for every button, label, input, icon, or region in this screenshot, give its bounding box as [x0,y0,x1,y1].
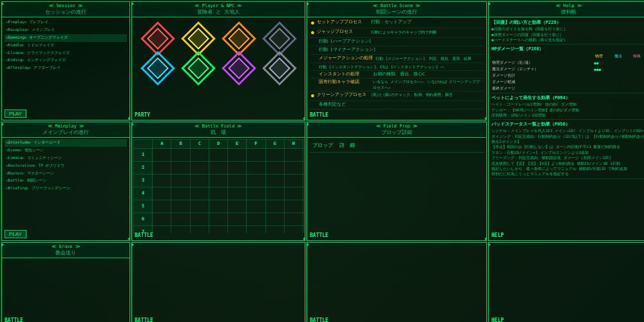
session-play-button[interactable]: PLAY [5,109,26,118]
battle-marker-5 [311,55,316,62]
cell-3c[interactable] [190,175,209,187]
help-section-title-3: ペットによって発生する効果（P094） [491,95,644,102]
diamond-green[interactable] [181,52,216,86]
battle-grid-col-b: B [171,140,190,149]
battle-scene-nav[interactable]: ≪ Battle Scene ≫ [310,3,484,9]
cell-4h[interactable] [284,187,303,200]
cell-1a[interactable] [153,149,171,162]
cell-2a[interactable] [153,162,171,175]
cell-5h[interactable] [284,200,303,213]
help-section-bad-status: バッドステータス一覧と効果（P050） シジナル：メインプレイを代入1D1 メイ… [491,122,644,178]
cell-5b[interactable] [171,200,190,213]
battle-label-8: 固有行動キャラ確認 [319,79,370,90]
grave-nav[interactable]: ≪ Grave ≫ [5,244,127,250]
hp-col-magic: 魔法 [609,53,627,59]
hp-cell-total-2 [609,73,627,79]
cell-1d[interactable] [209,149,227,162]
cell-5a[interactable] [153,200,171,213]
cell-6h[interactable] [284,213,303,226]
session-item-ending[interactable]: ◁Ending▷ エンディングフェイズ [5,57,127,64]
cell-7d[interactable] [209,226,227,234]
cell-3h[interactable] [284,175,303,187]
field-prop-nav[interactable]: ≪ Field Prop ≫ [310,124,484,129]
cell-6c[interactable] [190,213,209,226]
mainplay-item-battle[interactable]: ◁Battle▷ 戦闘シーン [5,177,127,185]
mainplay-item-scene[interactable]: ◁Scene▷ 場合シーン [5,147,127,155]
cell-2e[interactable] [228,162,247,175]
grave-content [2,258,129,318]
cell-6a[interactable] [153,213,171,226]
party-nav[interactable]: ≪ Player & NPC ≫ [135,3,302,9]
cell-2g[interactable] [265,162,284,175]
session-item-middle[interactable]: ◁Middle▷ ミドルフェイズ [5,42,127,50]
session-item-opening[interactable]: ◁Opening▷ オープニングフェイズ [5,34,127,42]
cell-7a[interactable] [153,226,171,234]
cell-3d[interactable] [209,175,227,187]
diamond-gray[interactable] [262,52,297,86]
cell-6d[interactable] [209,213,227,226]
battle-field-panel: ≪ Battle Field ≫ 戦 場 A B C D E F G H [131,122,305,241]
cell-1h[interactable] [284,149,303,162]
cell-3a[interactable] [153,175,171,187]
help-section-pet: ペットによって発生する効果（P094） ヘイト：コードレベル1増加/ 攻の的/ … [491,95,644,120]
cell-1f[interactable] [247,149,265,162]
mainplay-nav[interactable]: ≪ Mainplay ≫ [5,124,127,129]
mainplay-item-commia[interactable]: ◁Commia▷ コミュニティシーン [5,155,127,162]
help-nav[interactable]: ≪ Help ≫ [491,3,644,9]
battle-grid-col-d: D [209,140,227,149]
session-item-preplay[interactable]: ◁Preplay▷ プレプレイ [5,19,127,26]
cell-6g[interactable] [265,213,284,226]
cell-7g[interactable] [265,226,284,234]
cell-7e[interactable] [228,226,247,234]
cell-2c[interactable] [190,162,209,175]
cell-5c[interactable] [190,200,209,213]
cell-1b[interactable] [171,149,190,162]
cell-2f[interactable] [247,162,265,175]
cell-5f[interactable] [247,200,265,213]
cell-4d[interactable] [209,187,227,200]
mainplay-item-master[interactable]: ◁Master▷ マスターシーン [5,170,127,178]
cell-1g[interactable] [265,149,284,162]
cell-2d[interactable] [209,162,227,175]
cell-2h[interactable] [284,162,303,175]
cell-4e[interactable] [228,187,247,200]
mainplay-play-button[interactable]: PLAY [5,230,26,238]
mainplay-item-interlude[interactable]: ◁Interlude▷ インタールード [5,139,127,147]
cell-4c[interactable] [190,187,209,200]
battle-field-nav[interactable]: ≪ Battle Field ≫ [135,124,302,129]
battle-label-7: インスタントの処理 [319,71,370,78]
mainplay-item-restoration[interactable]: ◁Restoration▷ TP ポフリドウ [5,162,127,170]
session-item-climax[interactable]: ◁Climax▷ クライマックスフェイズ [5,50,127,57]
cell-2b[interactable] [171,162,190,175]
cell-7h[interactable] [284,226,303,234]
cell-3b[interactable] [171,175,190,187]
cell-4g[interactable] [265,187,284,200]
cell-6e[interactable] [228,213,247,226]
cell-3f[interactable] [247,175,265,187]
diamond-purple[interactable] [222,52,256,86]
cell-5d[interactable] [209,200,227,213]
mainplay-item-briefing[interactable]: ◁Briefing▷ ブリーフィングシーン [5,185,127,193]
battle-grid-row-4: 4 [134,187,303,200]
cell-4b[interactable] [171,187,190,200]
cell-6b[interactable] [171,213,190,226]
cell-5g[interactable] [265,200,284,213]
cell-5e[interactable] [228,200,247,213]
cell-7b[interactable] [171,226,190,234]
help-bad-6: 流血状態して【流】【流】【Ⅱ流】より制約残る 移動1D/メイン1D 1行動 [491,161,644,166]
session-item-afterplay[interactable]: ◁Afterplay▷ アフタープレイ [5,64,127,72]
session-item-mainplay[interactable]: ◁Mainplay▷ メインプレイ [5,26,127,34]
cell-6f[interactable] [247,213,265,226]
diamond-cyan[interactable] [140,52,175,86]
cell-1e[interactable] [228,149,247,162]
cell-7c[interactable] [190,226,209,234]
cell-7f[interactable] [247,226,265,234]
cell-4f[interactable] [247,187,265,200]
cell-1c[interactable] [190,149,209,162]
grave-panel: ≪ Grave ≫ 教会送り BATTLE [1,242,130,322]
session-nav[interactable]: ≪ Session ≫ [5,3,127,9]
cell-3g[interactable] [265,175,284,187]
cell-4a[interactable] [153,187,171,200]
battle-field-header: ≪ Battle Field ≫ 戦 場 [132,122,305,138]
cell-3e[interactable] [228,175,247,187]
